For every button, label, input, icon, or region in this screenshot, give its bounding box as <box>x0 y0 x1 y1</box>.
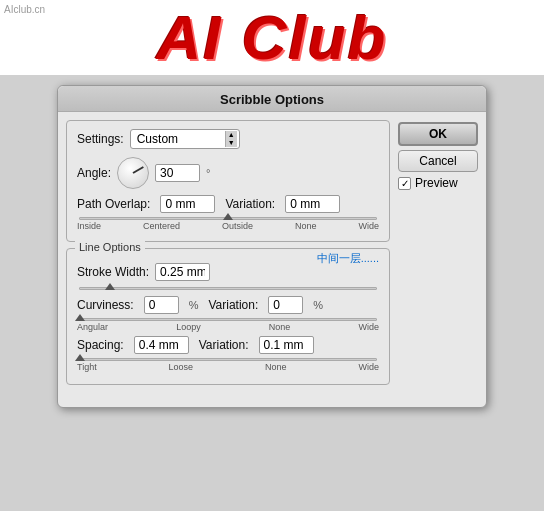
variation2-input[interactable] <box>268 296 303 314</box>
settings-row: Settings: Custom ▲ ▼ <box>77 129 379 149</box>
label-none3: None <box>265 362 287 372</box>
variation1-input[interactable] <box>285 195 340 213</box>
path-overlap-row: Path Overlap: Variation: <box>77 195 379 213</box>
variation2-unit: % <box>313 299 323 311</box>
stroke-slider[interactable] <box>77 287 379 290</box>
preview-row: ✓ Preview <box>398 176 478 190</box>
settings-dropdown[interactable]: Custom ▲ ▼ <box>130 129 240 149</box>
dialog-left-panel: Settings: Custom ▲ ▼ Angle: <box>66 120 390 389</box>
label-loose: Loose <box>169 362 194 372</box>
curviness-label: Curviness: <box>77 298 134 312</box>
angle-input[interactable] <box>155 164 200 182</box>
label-tight: Tight <box>77 362 97 372</box>
path-overlap-label: Path Overlap: <box>77 197 150 211</box>
label-none2: None <box>269 322 291 332</box>
ok-button[interactable]: OK <box>398 122 478 146</box>
brand-title: AI Club <box>157 7 388 69</box>
label-none1: None <box>295 221 317 231</box>
preview-label: Preview <box>415 176 458 190</box>
variation3-label: Variation: <box>199 338 249 352</box>
header-banner: AIclub.cn AI Club <box>0 0 544 75</box>
spacing-slider[interactable]: Tight Loose None Wide <box>77 358 379 372</box>
angle-unit: ° <box>206 167 210 179</box>
label-angular: Angular <box>77 322 108 332</box>
curviness-input[interactable] <box>144 296 179 314</box>
angle-dial[interactable] <box>117 157 149 189</box>
label-centered: Centered <box>143 221 180 231</box>
variation3-input[interactable] <box>259 336 314 354</box>
scribble-dialog: Scribble Options Settings: Custom ▲ ▼ <box>57 85 487 408</box>
variation2-label: Variation: <box>208 298 258 312</box>
label-wide1: Wide <box>358 221 379 231</box>
curviness-unit: % <box>189 299 199 311</box>
label-inside: Inside <box>77 221 101 231</box>
path-overlap-slider[interactable]: Inside Centered Outside None Wide <box>77 217 379 231</box>
watermark: AIclub.cn <box>4 4 45 15</box>
annotation: 中间一层...... <box>317 251 379 266</box>
stroke-width-label: Stroke Width: <box>77 265 149 279</box>
stroke-width-input[interactable] <box>155 263 210 281</box>
label-wide3: Wide <box>358 362 379 372</box>
curviness-row: Curviness: % Variation: % <box>77 296 379 314</box>
settings-label: Settings: <box>77 132 124 146</box>
spacing-row: Spacing: Variation: <box>77 336 379 354</box>
angle-label: Angle: <box>77 166 111 180</box>
variation1-label: Variation: <box>225 197 275 211</box>
label-outside: Outside <box>222 221 253 231</box>
label-wide2: Wide <box>358 322 379 332</box>
spacing-label: Spacing: <box>77 338 124 352</box>
spacing-input[interactable] <box>134 336 189 354</box>
cancel-button[interactable]: Cancel <box>398 150 478 172</box>
line-options-label: Line Options <box>75 241 145 253</box>
settings-value: Custom <box>133 131 225 147</box>
path-overlap-input[interactable] <box>160 195 215 213</box>
label-loopy: Loopy <box>176 322 201 332</box>
curviness-slider[interactable]: Angular Loopy None Wide <box>77 318 379 332</box>
dialog-title: Scribble Options <box>58 86 486 112</box>
dropdown-arrows[interactable]: ▲ ▼ <box>225 131 237 146</box>
preview-checkbox[interactable]: ✓ <box>398 177 411 190</box>
dialog-right-panel: OK Cancel ✓ Preview <box>398 120 478 389</box>
angle-row: Angle: ° <box>77 157 379 189</box>
